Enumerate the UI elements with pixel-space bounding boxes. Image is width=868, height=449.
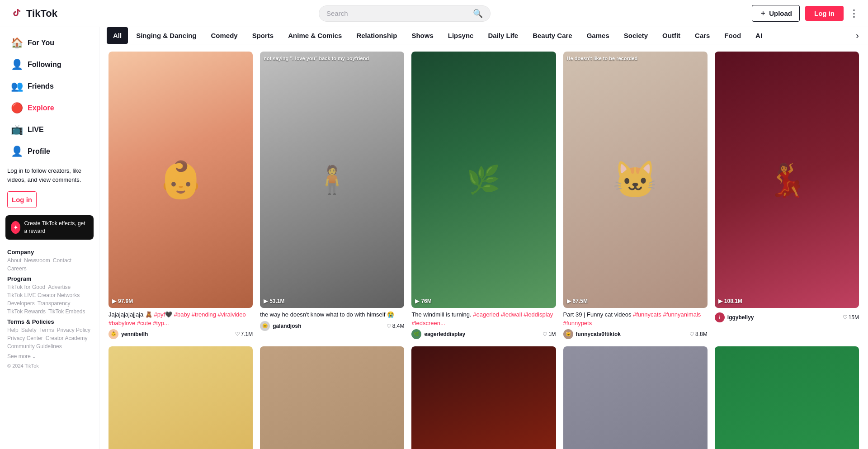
video-thumbnail-10: 😄: [715, 346, 859, 449]
video-card-2[interactable]: 🧍 not saying "i love you" back to my boy…: [260, 52, 404, 339]
play-count-5: ▶ 108.1M: [718, 298, 742, 304]
avatar-1: 👶: [108, 329, 118, 339]
footer-link-community-guidelines[interactable]: Community Guidelines: [7, 343, 62, 350]
sidebar-item-friends[interactable]: 👥 Friends: [4, 76, 95, 97]
video-info-5: i iggybellyy ♡ 15M: [715, 308, 859, 322]
video-title-3: The windmill is turning. #eagerled #ledw…: [411, 311, 556, 327]
author-2: galandjosh: [273, 323, 384, 329]
author-4: funnycats0ftiktok: [576, 331, 687, 337]
tab-sports[interactable]: Sports: [246, 27, 280, 44]
video-card-5[interactable]: 💃 ▶ 108.1M i iggybellyy ♡ 15M: [715, 52, 859, 339]
video-card-7[interactable]: 🐕: [260, 346, 404, 449]
avatar-4: 🐱: [563, 329, 573, 339]
sidebar-item-profile[interactable]: 👤 Profile: [4, 141, 95, 162]
footer-company-title: Company: [7, 249, 92, 255]
sidebar-nav: 🏠 For You 👤 Following 👥 Friends 🔴 Explor…: [0, 33, 99, 162]
video-card-9[interactable]: 🤲: [563, 346, 708, 449]
video-card-3[interactable]: 🌿 ▶ 76M The windmill is turning. #eagerl…: [411, 52, 556, 339]
heart-icon-2: ♡: [387, 323, 392, 329]
sidebar-footer: Company About Newsroom Contact Careers P…: [0, 243, 99, 374]
video-info-2: the way he doesn't know what to do with …: [260, 308, 404, 331]
search-icon[interactable]: 🔍: [473, 9, 483, 19]
footer-link-safety[interactable]: Safety: [21, 327, 37, 333]
footer-program: Program TikTok for Good Advertise TikTok…: [7, 275, 92, 315]
video-card-10[interactable]: 😄: [715, 346, 859, 449]
heart-icon-4: ♡: [689, 331, 694, 337]
sidebar: 🏠 For You 👤 Following 👥 Friends 🔴 Explor…: [0, 27, 99, 449]
sidebar-item-live[interactable]: 📺 LIVE: [4, 119, 95, 140]
footer-link-terms[interactable]: Terms: [39, 327, 54, 333]
tab-lipsync[interactable]: Lipsync: [442, 27, 480, 44]
effects-banner[interactable]: ✦ Create TikTok effects, get a reward: [5, 215, 94, 240]
video-thumbnail-3: 🌿 ▶ 76M: [411, 52, 556, 308]
footer-link-careers[interactable]: Careers: [7, 265, 27, 272]
more-options-button[interactable]: ⋮: [849, 8, 859, 19]
footer-link-newsroom[interactable]: Newsroom: [24, 257, 50, 264]
tab-ai[interactable]: AI: [749, 27, 769, 44]
author-1: yennibellh: [121, 331, 232, 337]
category-next-button[interactable]: ›: [854, 30, 861, 41]
footer-company: Company About Newsroom Contact Careers: [7, 249, 92, 272]
footer-link-about[interactable]: About: [7, 257, 21, 264]
play-icon-2: ▶: [264, 298, 268, 304]
tab-games[interactable]: Games: [580, 27, 616, 44]
tab-all[interactable]: All: [107, 27, 128, 44]
video-thumbnail-8: 🔥: [411, 346, 556, 449]
footer-link-tiktok-good[interactable]: TikTok for Good: [7, 284, 45, 290]
search-bar: 🔍: [319, 5, 491, 22]
tab-anime-comics[interactable]: Anime & Comics: [282, 27, 348, 44]
video-meta-5: i iggybellyy ♡ 15M: [715, 312, 859, 322]
likes-3: ♡ 1M: [542, 331, 556, 337]
footer-link-help[interactable]: Help: [7, 327, 19, 333]
tab-shows[interactable]: Shows: [405, 27, 439, 44]
video-title-4: Part 39 | Funny cat videos #funnycats #f…: [563, 311, 708, 327]
likes-2: ♡ 8.4M: [387, 323, 405, 329]
video-meta-4: 🐱 funnycats0ftiktok ♡ 8.8M: [563, 329, 708, 339]
chevron-down-icon: ⌄: [32, 353, 36, 359]
logo-text: TikTok: [26, 8, 57, 19]
footer-company-links: About Newsroom Contact Careers: [7, 257, 92, 272]
layout: 🏠 For You 👤 Following 👥 Friends 🔴 Explor…: [0, 0, 868, 449]
login-button[interactable]: Log in: [805, 6, 844, 21]
sidebar-item-for-you[interactable]: 🏠 For You: [4, 33, 95, 53]
overlay-text-4: He doesn't like to be recorded: [567, 55, 704, 61]
header-actions: ＋ Upload Log in ⋮: [752, 5, 859, 22]
live-icon: 📺: [11, 124, 23, 136]
tab-society[interactable]: Society: [618, 27, 654, 44]
play-count-2: ▶ 53.1M: [264, 298, 284, 304]
tab-relationship[interactable]: Relationship: [350, 27, 403, 44]
footer-link-developers[interactable]: Developers: [7, 300, 35, 307]
footer-link-live-creator[interactable]: TikTok LIVE Creator Networks: [7, 292, 80, 298]
tab-outfit[interactable]: Outfit: [656, 27, 687, 44]
sidebar-login-button[interactable]: Log in: [7, 191, 37, 208]
tab-daily-life[interactable]: Daily Life: [481, 27, 524, 44]
tab-singing-dancing[interactable]: Singing & Dancing: [130, 27, 203, 44]
video-card-1[interactable]: 👶 ▶ 97.9M Jajajajajajjaja 🧸 #pyf🖤 #baby …: [108, 52, 253, 339]
footer-link-privacy-center[interactable]: Privacy Center: [7, 335, 43, 341]
see-more-button[interactable]: See more ⌄: [7, 353, 92, 359]
overlay-text-2: not saying "i love you" back to my boyfr…: [264, 55, 401, 61]
footer-link-advertise[interactable]: Advertise: [48, 284, 71, 290]
video-thumbnail-1: 👶 ▶ 97.9M: [108, 52, 253, 308]
search-input[interactable]: [326, 9, 473, 17]
sidebar-item-explore[interactable]: 🔴 Explore: [4, 98, 95, 118]
main-content: All Singing & Dancing Comedy Sports Anim…: [99, 27, 868, 449]
home-icon: 🏠: [11, 37, 23, 49]
footer-link-privacy-policy[interactable]: Privacy Policy: [57, 327, 90, 333]
footer-link-creator-academy[interactable]: Creator Academy: [46, 335, 88, 341]
tab-beauty-care[interactable]: Beauty Care: [526, 27, 579, 44]
video-card-6[interactable]: 🍌: [108, 346, 253, 449]
tab-comedy[interactable]: Comedy: [205, 27, 244, 44]
sidebar-item-following[interactable]: 👤 Following: [4, 54, 95, 75]
tab-food[interactable]: Food: [718, 27, 747, 44]
likes-4: ♡ 8.8M: [689, 331, 708, 337]
footer-link-transparency[interactable]: Transparency: [38, 300, 71, 307]
upload-button[interactable]: ＋ Upload: [752, 5, 800, 22]
logo[interactable]: TikTok: [9, 5, 57, 22]
tab-cars[interactable]: Cars: [689, 27, 716, 44]
video-card-4[interactable]: 🐱 He doesn't like to be recorded ▶ 67.5M…: [563, 52, 708, 339]
footer-link-rewards[interactable]: TikTok Rewards: [7, 308, 46, 315]
footer-link-contact[interactable]: Contact: [53, 257, 71, 264]
video-card-8[interactable]: 🔥: [411, 346, 556, 449]
footer-link-embeds[interactable]: TikTok Embeds: [48, 308, 85, 315]
